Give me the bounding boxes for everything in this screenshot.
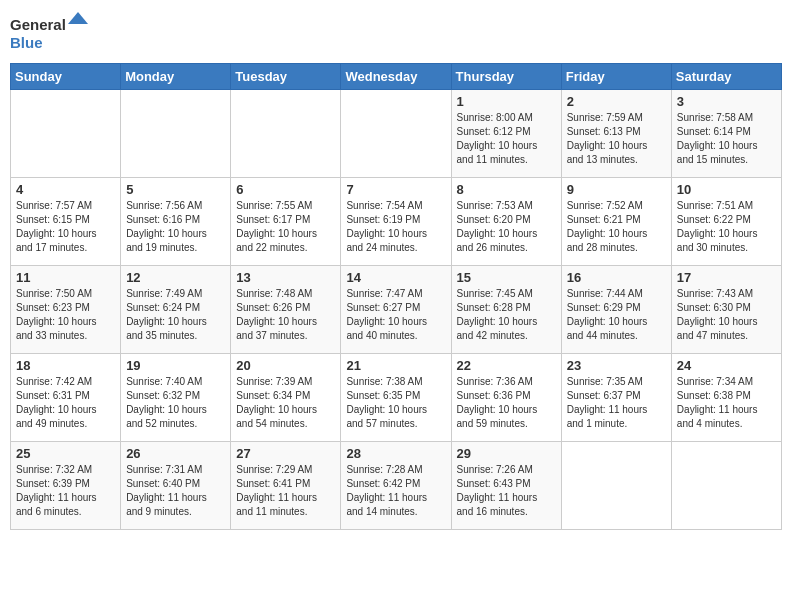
weekday-header-row: SundayMondayTuesdayWednesdayThursdayFrid… — [11, 64, 782, 90]
calendar-cell: 5Sunrise: 7:56 AM Sunset: 6:16 PM Daylig… — [121, 178, 231, 266]
day-number: 8 — [457, 182, 556, 197]
calendar-cell: 2Sunrise: 7:59 AM Sunset: 6:13 PM Daylig… — [561, 90, 671, 178]
day-number: 5 — [126, 182, 225, 197]
day-info: Sunrise: 7:39 AM Sunset: 6:34 PM Dayligh… — [236, 375, 335, 431]
calendar-cell: 13Sunrise: 7:48 AM Sunset: 6:26 PM Dayli… — [231, 266, 341, 354]
weekday-header-saturday: Saturday — [671, 64, 781, 90]
day-number: 15 — [457, 270, 556, 285]
day-info: Sunrise: 8:00 AM Sunset: 6:12 PM Dayligh… — [457, 111, 556, 167]
day-number: 23 — [567, 358, 666, 373]
day-info: Sunrise: 7:56 AM Sunset: 6:16 PM Dayligh… — [126, 199, 225, 255]
weekday-header-monday: Monday — [121, 64, 231, 90]
day-info: Sunrise: 7:31 AM Sunset: 6:40 PM Dayligh… — [126, 463, 225, 519]
day-number: 28 — [346, 446, 445, 461]
day-number: 12 — [126, 270, 225, 285]
calendar-cell — [341, 90, 451, 178]
day-number: 27 — [236, 446, 335, 461]
day-number: 18 — [16, 358, 115, 373]
day-number: 25 — [16, 446, 115, 461]
calendar-week-row: 25Sunrise: 7:32 AM Sunset: 6:39 PM Dayli… — [11, 442, 782, 530]
calendar-week-row: 1Sunrise: 8:00 AM Sunset: 6:12 PM Daylig… — [11, 90, 782, 178]
svg-text:Blue: Blue — [10, 34, 43, 51]
calendar-cell: 12Sunrise: 7:49 AM Sunset: 6:24 PM Dayli… — [121, 266, 231, 354]
day-info: Sunrise: 7:50 AM Sunset: 6:23 PM Dayligh… — [16, 287, 115, 343]
calendar-cell: 26Sunrise: 7:31 AM Sunset: 6:40 PM Dayli… — [121, 442, 231, 530]
day-number: 6 — [236, 182, 335, 197]
calendar-week-row: 4Sunrise: 7:57 AM Sunset: 6:15 PM Daylig… — [11, 178, 782, 266]
weekday-header-thursday: Thursday — [451, 64, 561, 90]
day-number: 20 — [236, 358, 335, 373]
day-number: 13 — [236, 270, 335, 285]
day-info: Sunrise: 7:57 AM Sunset: 6:15 PM Dayligh… — [16, 199, 115, 255]
svg-text:General: General — [10, 16, 66, 33]
weekday-header-wednesday: Wednesday — [341, 64, 451, 90]
day-number: 14 — [346, 270, 445, 285]
day-info: Sunrise: 7:55 AM Sunset: 6:17 PM Dayligh… — [236, 199, 335, 255]
calendar-cell: 3Sunrise: 7:58 AM Sunset: 6:14 PM Daylig… — [671, 90, 781, 178]
day-info: Sunrise: 7:48 AM Sunset: 6:26 PM Dayligh… — [236, 287, 335, 343]
calendar-cell: 24Sunrise: 7:34 AM Sunset: 6:38 PM Dayli… — [671, 354, 781, 442]
calendar-cell — [121, 90, 231, 178]
day-info: Sunrise: 7:54 AM Sunset: 6:19 PM Dayligh… — [346, 199, 445, 255]
calendar-cell: 20Sunrise: 7:39 AM Sunset: 6:34 PM Dayli… — [231, 354, 341, 442]
calendar-cell: 17Sunrise: 7:43 AM Sunset: 6:30 PM Dayli… — [671, 266, 781, 354]
calendar-cell: 18Sunrise: 7:42 AM Sunset: 6:31 PM Dayli… — [11, 354, 121, 442]
weekday-header-sunday: Sunday — [11, 64, 121, 90]
day-number: 1 — [457, 94, 556, 109]
day-info: Sunrise: 7:59 AM Sunset: 6:13 PM Dayligh… — [567, 111, 666, 167]
day-info: Sunrise: 7:35 AM Sunset: 6:37 PM Dayligh… — [567, 375, 666, 431]
calendar-cell: 15Sunrise: 7:45 AM Sunset: 6:28 PM Dayli… — [451, 266, 561, 354]
calendar-cell: 21Sunrise: 7:38 AM Sunset: 6:35 PM Dayli… — [341, 354, 451, 442]
calendar-cell — [11, 90, 121, 178]
calendar-cell: 8Sunrise: 7:53 AM Sunset: 6:20 PM Daylig… — [451, 178, 561, 266]
calendar-cell: 29Sunrise: 7:26 AM Sunset: 6:43 PM Dayli… — [451, 442, 561, 530]
calendar-cell: 7Sunrise: 7:54 AM Sunset: 6:19 PM Daylig… — [341, 178, 451, 266]
calendar-body: 1Sunrise: 8:00 AM Sunset: 6:12 PM Daylig… — [11, 90, 782, 530]
day-number: 29 — [457, 446, 556, 461]
day-info: Sunrise: 7:45 AM Sunset: 6:28 PM Dayligh… — [457, 287, 556, 343]
calendar-cell: 10Sunrise: 7:51 AM Sunset: 6:22 PM Dayli… — [671, 178, 781, 266]
calendar-week-row: 11Sunrise: 7:50 AM Sunset: 6:23 PM Dayli… — [11, 266, 782, 354]
day-info: Sunrise: 7:34 AM Sunset: 6:38 PM Dayligh… — [677, 375, 776, 431]
day-number: 21 — [346, 358, 445, 373]
day-info: Sunrise: 7:36 AM Sunset: 6:36 PM Dayligh… — [457, 375, 556, 431]
day-number: 10 — [677, 182, 776, 197]
day-info: Sunrise: 7:52 AM Sunset: 6:21 PM Dayligh… — [567, 199, 666, 255]
calendar-table: SundayMondayTuesdayWednesdayThursdayFrid… — [10, 63, 782, 530]
day-number: 16 — [567, 270, 666, 285]
day-info: Sunrise: 7:32 AM Sunset: 6:39 PM Dayligh… — [16, 463, 115, 519]
calendar-cell: 1Sunrise: 8:00 AM Sunset: 6:12 PM Daylig… — [451, 90, 561, 178]
calendar-cell: 11Sunrise: 7:50 AM Sunset: 6:23 PM Dayli… — [11, 266, 121, 354]
day-number: 2 — [567, 94, 666, 109]
calendar-cell: 25Sunrise: 7:32 AM Sunset: 6:39 PM Dayli… — [11, 442, 121, 530]
day-info: Sunrise: 7:43 AM Sunset: 6:30 PM Dayligh… — [677, 287, 776, 343]
calendar-week-row: 18Sunrise: 7:42 AM Sunset: 6:31 PM Dayli… — [11, 354, 782, 442]
day-info: Sunrise: 7:49 AM Sunset: 6:24 PM Dayligh… — [126, 287, 225, 343]
day-number: 7 — [346, 182, 445, 197]
calendar-cell: 23Sunrise: 7:35 AM Sunset: 6:37 PM Dayli… — [561, 354, 671, 442]
day-info: Sunrise: 7:40 AM Sunset: 6:32 PM Dayligh… — [126, 375, 225, 431]
day-info: Sunrise: 7:42 AM Sunset: 6:31 PM Dayligh… — [16, 375, 115, 431]
day-info: Sunrise: 7:51 AM Sunset: 6:22 PM Dayligh… — [677, 199, 776, 255]
calendar-cell: 19Sunrise: 7:40 AM Sunset: 6:32 PM Dayli… — [121, 354, 231, 442]
day-info: Sunrise: 7:38 AM Sunset: 6:35 PM Dayligh… — [346, 375, 445, 431]
day-info: Sunrise: 7:29 AM Sunset: 6:41 PM Dayligh… — [236, 463, 335, 519]
weekday-header-tuesday: Tuesday — [231, 64, 341, 90]
calendar-cell: 14Sunrise: 7:47 AM Sunset: 6:27 PM Dayli… — [341, 266, 451, 354]
day-info: Sunrise: 7:53 AM Sunset: 6:20 PM Dayligh… — [457, 199, 556, 255]
day-number: 26 — [126, 446, 225, 461]
day-number: 9 — [567, 182, 666, 197]
calendar-cell — [671, 442, 781, 530]
calendar-header: SundayMondayTuesdayWednesdayThursdayFrid… — [11, 64, 782, 90]
day-info: Sunrise: 7:58 AM Sunset: 6:14 PM Dayligh… — [677, 111, 776, 167]
day-number: 3 — [677, 94, 776, 109]
day-number: 22 — [457, 358, 556, 373]
day-number: 24 — [677, 358, 776, 373]
day-info: Sunrise: 7:44 AM Sunset: 6:29 PM Dayligh… — [567, 287, 666, 343]
day-info: Sunrise: 7:47 AM Sunset: 6:27 PM Dayligh… — [346, 287, 445, 343]
day-number: 19 — [126, 358, 225, 373]
calendar-cell: 6Sunrise: 7:55 AM Sunset: 6:17 PM Daylig… — [231, 178, 341, 266]
day-info: Sunrise: 7:28 AM Sunset: 6:42 PM Dayligh… — [346, 463, 445, 519]
logo-svg: General Blue — [10, 10, 90, 55]
day-number: 11 — [16, 270, 115, 285]
